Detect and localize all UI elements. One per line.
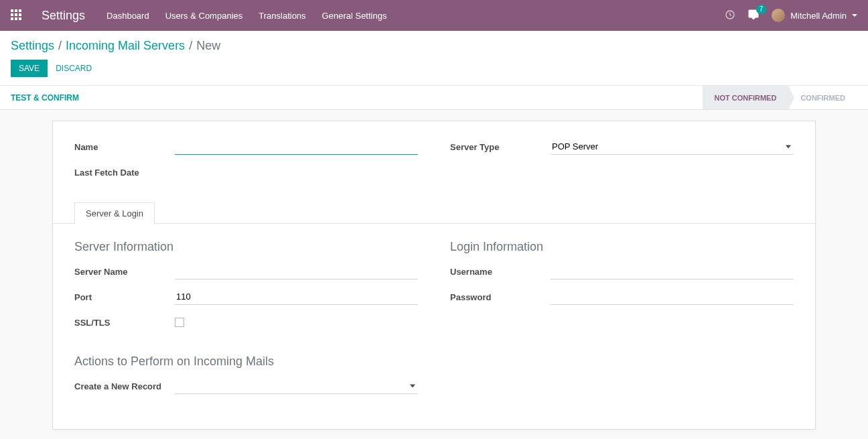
ssl-tls-checkbox[interactable] <box>175 318 184 327</box>
nav-item-general-settings[interactable]: General Settings <box>322 11 387 21</box>
server-name-input[interactable] <box>175 263 418 279</box>
section-actions: Actions to Perform on Incoming Mails <box>74 355 794 369</box>
port-input[interactable] <box>175 289 418 305</box>
breadcrumb-sep: / <box>58 39 62 53</box>
label-server-name: Server Name <box>74 267 175 277</box>
username-input[interactable] <box>551 263 794 279</box>
breadcrumb-root[interactable]: Settings <box>11 39 54 53</box>
tablist: Server & Login <box>53 202 815 224</box>
breadcrumb-parent[interactable]: Incoming Mail Servers <box>66 39 185 53</box>
label-password: Password <box>450 292 551 302</box>
test-confirm-button[interactable]: TEST & CONFIRM <box>11 93 79 103</box>
section-server-info: Server Information <box>74 240 418 254</box>
label-create-record: Create a New Record <box>74 381 175 391</box>
password-input[interactable] <box>551 289 794 305</box>
user-name: Mitchell Admin <box>790 11 847 21</box>
nav-item-dashboard[interactable]: Dashboard <box>106 11 149 21</box>
form-sheet: Name Last Fetch Date Server Type <box>52 121 816 430</box>
tabpane-server-login: Server Information Server Name Port SSL/… <box>74 224 794 402</box>
nav-menu: Dashboard Users & Companies Translations… <box>106 11 386 21</box>
navbar: Settings Dashboard Users & Companies Tra… <box>0 0 868 31</box>
label-ssl-tls: SSL/TLS <box>74 318 175 328</box>
nav-item-translations[interactable]: Translations <box>259 11 305 21</box>
save-button[interactable]: SAVE <box>11 60 48 77</box>
label-server-type: Server Type <box>450 142 551 152</box>
messages-badge: 7 <box>756 5 767 14</box>
label-port: Port <box>74 292 175 302</box>
server-type-select[interactable] <box>551 139 794 155</box>
label-name: Name <box>74 142 175 152</box>
messages-icon[interactable]: 7 <box>747 9 760 23</box>
label-last-fetch-date: Last Fetch Date <box>74 168 175 178</box>
name-input[interactable] <box>175 139 418 155</box>
statusbar: TEST & CONFIRM NOT CONFIRMED CONFIRMED <box>0 86 868 110</box>
breadcrumb-sep: / <box>189 39 192 53</box>
app-brand: Settings <box>42 9 85 23</box>
breadcrumb-current: New <box>196 39 220 53</box>
status-not-confirmed[interactable]: NOT CONFIRMED <box>703 86 789 109</box>
status-steps: NOT CONFIRMED CONFIRMED <box>703 86 858 109</box>
user-menu[interactable]: Mitchell Admin <box>772 9 857 22</box>
discard-button[interactable]: DISCARD <box>56 64 92 73</box>
label-username: Username <box>450 267 551 277</box>
chevron-down-icon <box>852 14 857 17</box>
avatar <box>772 9 785 22</box>
section-login-info: Login Information <box>450 240 794 254</box>
status-confirmed[interactable]: CONFIRMED <box>788 86 857 109</box>
create-record-select[interactable] <box>175 378 418 394</box>
tab-server-login[interactable]: Server & Login <box>74 202 155 224</box>
nav-item-users-companies[interactable]: Users & Companies <box>165 11 243 21</box>
control-panel: Settings / Incoming Mail Servers / New S… <box>0 31 868 86</box>
activity-icon[interactable] <box>725 9 735 22</box>
breadcrumb: Settings / Incoming Mail Servers / New <box>11 39 857 53</box>
apps-icon[interactable] <box>11 9 23 21</box>
